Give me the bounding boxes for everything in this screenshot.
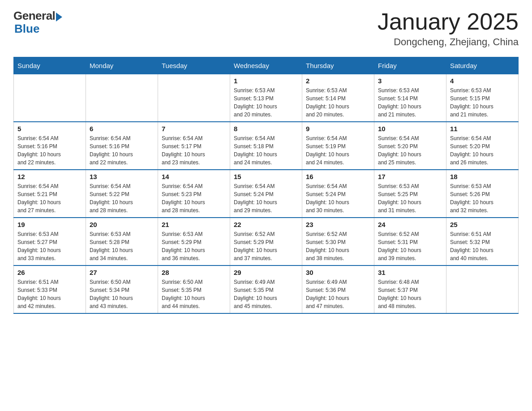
calendar-cell: 22Sunrise: 6:52 AM Sunset: 5:29 PM Dayli… bbox=[230, 218, 302, 265]
day-number: 26 bbox=[17, 269, 82, 276]
calendar-week-row: 12Sunrise: 6:54 AM Sunset: 5:21 PM Dayli… bbox=[14, 170, 519, 218]
day-number: 7 bbox=[162, 125, 226, 133]
month-title: January 2025 bbox=[378, 9, 519, 34]
day-number: 6 bbox=[90, 125, 154, 133]
day-number: 23 bbox=[306, 221, 370, 228]
calendar-cell: 21Sunrise: 6:53 AM Sunset: 5:29 PM Dayli… bbox=[158, 218, 230, 265]
day-info: Sunrise: 6:51 AM Sunset: 5:33 PM Dayligh… bbox=[17, 278, 82, 310]
day-info: Sunrise: 6:49 AM Sunset: 5:36 PM Dayligh… bbox=[306, 278, 370, 310]
day-number: 4 bbox=[450, 77, 515, 85]
calendar-cell: 23Sunrise: 6:52 AM Sunset: 5:30 PM Dayli… bbox=[302, 218, 374, 265]
day-info: Sunrise: 6:54 AM Sunset: 5:16 PM Dayligh… bbox=[17, 134, 82, 167]
day-number: 2 bbox=[306, 77, 370, 85]
logo-arrow-icon bbox=[56, 13, 62, 21]
day-number: 10 bbox=[378, 125, 442, 133]
day-number: 17 bbox=[378, 173, 442, 180]
calendar-cell: 31Sunrise: 6:48 AM Sunset: 5:37 PM Dayli… bbox=[374, 265, 446, 313]
calendar-cell: 4Sunrise: 6:53 AM Sunset: 5:15 PM Daylig… bbox=[446, 74, 519, 122]
calendar-cell: 26Sunrise: 6:51 AM Sunset: 5:33 PM Dayli… bbox=[14, 265, 86, 313]
calendar-cell bbox=[86, 74, 158, 122]
day-info: Sunrise: 6:53 AM Sunset: 5:15 PM Dayligh… bbox=[450, 86, 515, 119]
day-number: 20 bbox=[90, 221, 154, 228]
calendar-cell: 11Sunrise: 6:54 AM Sunset: 5:20 PM Dayli… bbox=[446, 122, 519, 170]
location-subtitle: Dongcheng, Zhejiang, China bbox=[378, 36, 519, 48]
day-info: Sunrise: 6:49 AM Sunset: 5:35 PM Dayligh… bbox=[234, 278, 298, 310]
calendar-cell bbox=[446, 265, 519, 313]
day-info: Sunrise: 6:53 AM Sunset: 5:26 PM Dayligh… bbox=[450, 182, 515, 214]
day-number: 13 bbox=[90, 173, 154, 180]
day-number: 5 bbox=[17, 125, 82, 133]
calendar-cell: 6Sunrise: 6:54 AM Sunset: 5:16 PM Daylig… bbox=[86, 122, 158, 170]
day-info: Sunrise: 6:53 AM Sunset: 5:13 PM Dayligh… bbox=[234, 86, 298, 119]
day-number: 12 bbox=[17, 173, 82, 180]
day-number: 24 bbox=[378, 221, 442, 228]
day-info: Sunrise: 6:53 AM Sunset: 5:27 PM Dayligh… bbox=[17, 230, 82, 262]
day-info: Sunrise: 6:54 AM Sunset: 5:24 PM Dayligh… bbox=[234, 182, 298, 214]
logo: General Blue bbox=[13, 9, 62, 36]
day-info: Sunrise: 6:54 AM Sunset: 5:23 PM Dayligh… bbox=[162, 182, 226, 214]
calendar-cell: 27Sunrise: 6:50 AM Sunset: 5:34 PM Dayli… bbox=[86, 265, 158, 313]
day-info: Sunrise: 6:48 AM Sunset: 5:37 PM Dayligh… bbox=[378, 278, 442, 310]
day-info: Sunrise: 6:54 AM Sunset: 5:20 PM Dayligh… bbox=[450, 134, 515, 167]
calendar-week-row: 5Sunrise: 6:54 AM Sunset: 5:16 PM Daylig… bbox=[14, 122, 519, 170]
day-info: Sunrise: 6:53 AM Sunset: 5:14 PM Dayligh… bbox=[378, 86, 442, 119]
calendar-cell: 24Sunrise: 6:52 AM Sunset: 5:31 PM Dayli… bbox=[374, 218, 446, 265]
day-number: 25 bbox=[450, 221, 515, 228]
day-number: 21 bbox=[162, 221, 226, 228]
day-number: 3 bbox=[378, 77, 442, 85]
day-info: Sunrise: 6:50 AM Sunset: 5:35 PM Dayligh… bbox=[162, 278, 226, 310]
day-number: 30 bbox=[306, 269, 370, 276]
day-number: 27 bbox=[90, 269, 154, 276]
day-of-week-header: Sunday bbox=[14, 57, 86, 74]
day-info: Sunrise: 6:53 AM Sunset: 5:28 PM Dayligh… bbox=[90, 230, 154, 262]
day-info: Sunrise: 6:53 AM Sunset: 5:29 PM Dayligh… bbox=[162, 230, 226, 262]
calendar-header-row: SundayMondayTuesdayWednesdayThursdayFrid… bbox=[14, 57, 519, 74]
day-info: Sunrise: 6:53 AM Sunset: 5:25 PM Dayligh… bbox=[378, 182, 442, 214]
day-number: 11 bbox=[450, 125, 515, 133]
day-of-week-header: Wednesday bbox=[230, 57, 302, 74]
day-info: Sunrise: 6:54 AM Sunset: 5:17 PM Dayligh… bbox=[162, 134, 226, 167]
day-info: Sunrise: 6:50 AM Sunset: 5:34 PM Dayligh… bbox=[90, 278, 154, 310]
calendar-week-row: 26Sunrise: 6:51 AM Sunset: 5:33 PM Dayli… bbox=[14, 265, 519, 313]
day-info: Sunrise: 6:54 AM Sunset: 5:18 PM Dayligh… bbox=[234, 134, 298, 167]
calendar-cell: 28Sunrise: 6:50 AM Sunset: 5:35 PM Dayli… bbox=[158, 265, 230, 313]
day-info: Sunrise: 6:52 AM Sunset: 5:31 PM Dayligh… bbox=[378, 230, 442, 262]
calendar-cell: 3Sunrise: 6:53 AM Sunset: 5:14 PM Daylig… bbox=[374, 74, 446, 122]
calendar-cell: 18Sunrise: 6:53 AM Sunset: 5:26 PM Dayli… bbox=[446, 170, 519, 218]
day-number: 22 bbox=[234, 221, 298, 228]
day-number: 9 bbox=[306, 125, 370, 133]
calendar-cell: 2Sunrise: 6:53 AM Sunset: 5:14 PM Daylig… bbox=[302, 74, 374, 122]
day-number: 1 bbox=[234, 77, 298, 85]
day-of-week-header: Friday bbox=[374, 57, 446, 74]
day-info: Sunrise: 6:51 AM Sunset: 5:32 PM Dayligh… bbox=[450, 230, 515, 262]
page-header: General Blue January 2025 Dongcheng, Zhe… bbox=[13, 9, 519, 48]
calendar-week-row: 19Sunrise: 6:53 AM Sunset: 5:27 PM Dayli… bbox=[14, 218, 519, 265]
logo-blue-text: Blue bbox=[13, 22, 39, 36]
calendar-cell: 8Sunrise: 6:54 AM Sunset: 5:18 PM Daylig… bbox=[230, 122, 302, 170]
calendar-cell: 30Sunrise: 6:49 AM Sunset: 5:36 PM Dayli… bbox=[302, 265, 374, 313]
logo-general-text: General bbox=[13, 9, 55, 23]
day-number: 29 bbox=[234, 269, 298, 276]
calendar-cell bbox=[14, 74, 86, 122]
day-info: Sunrise: 6:52 AM Sunset: 5:29 PM Dayligh… bbox=[234, 230, 298, 262]
day-info: Sunrise: 6:54 AM Sunset: 5:21 PM Dayligh… bbox=[17, 182, 82, 214]
day-number: 14 bbox=[162, 173, 226, 180]
title-block: January 2025 Dongcheng, Zhejiang, China bbox=[378, 9, 519, 48]
day-of-week-header: Monday bbox=[86, 57, 158, 74]
day-number: 15 bbox=[234, 173, 298, 180]
day-number: 19 bbox=[17, 221, 82, 228]
calendar-cell: 25Sunrise: 6:51 AM Sunset: 5:32 PM Dayli… bbox=[446, 218, 519, 265]
calendar-cell: 7Sunrise: 6:54 AM Sunset: 5:17 PM Daylig… bbox=[158, 122, 230, 170]
calendar-cell: 13Sunrise: 6:54 AM Sunset: 5:22 PM Dayli… bbox=[86, 170, 158, 218]
calendar-cell bbox=[158, 74, 230, 122]
calendar-cell: 17Sunrise: 6:53 AM Sunset: 5:25 PM Dayli… bbox=[374, 170, 446, 218]
calendar-cell: 5Sunrise: 6:54 AM Sunset: 5:16 PM Daylig… bbox=[14, 122, 86, 170]
day-number: 8 bbox=[234, 125, 298, 133]
day-info: Sunrise: 6:54 AM Sunset: 5:20 PM Dayligh… bbox=[378, 134, 442, 167]
day-info: Sunrise: 6:52 AM Sunset: 5:30 PM Dayligh… bbox=[306, 230, 370, 262]
day-of-week-header: Tuesday bbox=[158, 57, 230, 74]
calendar-cell: 9Sunrise: 6:54 AM Sunset: 5:19 PM Daylig… bbox=[302, 122, 374, 170]
day-number: 28 bbox=[162, 269, 226, 276]
day-info: Sunrise: 6:54 AM Sunset: 5:16 PM Dayligh… bbox=[90, 134, 154, 167]
calendar-week-row: 1Sunrise: 6:53 AM Sunset: 5:13 PM Daylig… bbox=[14, 74, 519, 122]
